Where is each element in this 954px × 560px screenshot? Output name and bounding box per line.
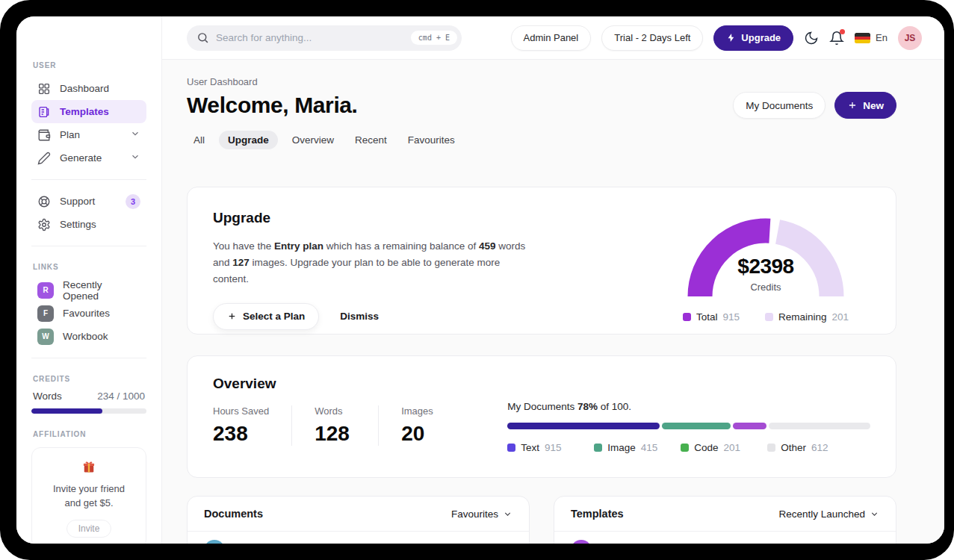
gift-icon [81, 459, 96, 474]
legend-item-other: Other 612 [767, 442, 828, 453]
document-row[interactable]: Untitled Document in Workbook [188, 532, 529, 544]
trial-status-button[interactable]: Trial - 2 Days Left [601, 25, 703, 51]
dashboard-grid-icon [37, 82, 51, 96]
tab-upgrade[interactable]: Upgrade [219, 131, 278, 149]
chevron-down-icon [503, 509, 512, 519]
language-selector[interactable]: En [855, 32, 888, 43]
legend-swatch [765, 313, 773, 321]
stat-words: Words 128 [315, 405, 379, 446]
tab-recent[interactable]: Recent [348, 131, 394, 149]
gauge-center-label: Credits [684, 281, 848, 293]
new-button[interactable]: New [834, 92, 896, 119]
plus-icon [847, 100, 858, 111]
sidebar-divider [31, 358, 146, 358]
sidebar-link-label: Workbook [63, 331, 108, 342]
bar-segment-other [769, 423, 870, 429]
search-shortcut-chip: cmd + E [411, 31, 457, 45]
page-content: User Dashboard Welcome, Maria. My Docume… [162, 60, 944, 544]
template-avatar [571, 540, 592, 544]
legend-swatch [594, 444, 602, 452]
device-frame: USER Dashboard Templates Plan Generate S… [0, 0, 954, 560]
notification-dot [840, 29, 845, 34]
topbar-actions: Admin Panel Trial - 2 Days Left Upgrade … [511, 25, 922, 51]
page-title: Welcome, Maria. [187, 93, 358, 118]
templates-filter-dropdown[interactable]: Recently Launched [778, 508, 879, 520]
bar-segment-text [507, 423, 660, 429]
gear-icon [37, 218, 51, 231]
tab-overview[interactable]: Overview [285, 131, 341, 149]
sidebar-item-templates[interactable]: Templates [31, 100, 146, 123]
admin-panel-button[interactable]: Admin Panel [511, 25, 592, 51]
credits-progressbar [31, 408, 146, 414]
link-initial-badge: R [37, 282, 54, 299]
credits-row: Words 234 / 1000 [31, 391, 146, 402]
legend-swatch [681, 444, 689, 452]
filter-tabs: All Upgrade Overview Recent Favourites [187, 131, 896, 149]
search-bar[interactable]: cmd + E [187, 25, 462, 51]
dismiss-button[interactable]: Dismiss [340, 311, 379, 322]
sidebar-item-label: Templates [60, 106, 109, 117]
credits-progress-fill [31, 408, 102, 414]
affiliation-card: Invite your friend and get $5. Invite [31, 447, 146, 544]
sidebar-divider [31, 179, 146, 180]
documents-panel: Documents Favourites Untitled Document i… [187, 496, 530, 544]
documents-panel-title: Documents [204, 508, 263, 520]
sidebar-item-label: Plan [60, 129, 80, 140]
upgrade-button[interactable]: Upgrade [713, 25, 793, 51]
tab-all[interactable]: All [187, 131, 211, 149]
overview-card: Overview Hours Saved 238 Words 128 Image… [187, 355, 896, 478]
invite-button[interactable]: Invite [66, 520, 112, 538]
stat-images: Images 20 [401, 405, 465, 446]
sidebar-item-plan[interactable]: Plan [31, 123, 146, 146]
plus-icon [227, 311, 237, 321]
select-plan-button[interactable]: Select a Plan [213, 303, 319, 330]
sidebar-divider [31, 246, 146, 246]
templates-icon [37, 105, 51, 119]
documents-filter-dropdown[interactable]: Favourites [451, 508, 512, 520]
sidebar-item-label: Support [60, 196, 95, 207]
chevron-down-icon [130, 152, 140, 164]
chevron-down-icon [130, 128, 140, 141]
dark-mode-toggle[interactable] [804, 31, 819, 46]
search-input[interactable] [216, 32, 404, 43]
sidebar-section-affiliation: AFFILIATION [33, 430, 146, 438]
notifications-button[interactable] [829, 31, 844, 46]
user-avatar[interactable]: JS [898, 26, 922, 50]
legend-item-remaining: Remaining 201 [765, 311, 849, 323]
link-initial-badge: F [37, 305, 54, 322]
sidebar-section-links: LINKS [33, 263, 146, 271]
sidebar-link-recently-opened[interactable]: R Recently Opened [31, 279, 146, 302]
wallet-icon [37, 128, 51, 142]
upgrade-card-title: Upgrade [213, 210, 536, 226]
bar-segment-code [733, 423, 766, 429]
legend-item-code: Code 201 [681, 442, 767, 453]
legend-swatch [683, 313, 691, 321]
overview-card-title: Overview [213, 376, 465, 392]
sidebar-link-workbook[interactable]: W Workbook [31, 325, 146, 348]
documents-progressbar [507, 423, 870, 429]
my-documents-button[interactable]: My Documents [733, 92, 826, 119]
lightning-bolt-icon [726, 33, 736, 43]
sidebar-item-generate[interactable]: Generate [31, 146, 146, 169]
stat-hours-saved: Hours Saved 238 [213, 405, 292, 446]
breadcrumb: User Dashboard [187, 76, 896, 87]
chevron-down-icon [870, 509, 879, 519]
moon-icon [804, 31, 819, 46]
sidebar-section-user: USER [33, 61, 146, 69]
language-label: En [876, 32, 888, 43]
page-header: Welcome, Maria. My Documents New [187, 92, 896, 119]
template-row[interactable]: Blog Post Title in Workbook [554, 532, 896, 544]
bar-segment-image [662, 423, 731, 429]
sidebar-item-support[interactable]: Support 3 [31, 190, 146, 213]
sidebar-link-label: Recently Opened [63, 279, 140, 302]
sidebar-item-dashboard[interactable]: Dashboard [31, 77, 146, 100]
documents-progress-legend: Text 915 Image 415 Code 201 [507, 442, 870, 453]
sidebar-item-settings[interactable]: Settings [31, 213, 146, 236]
sidebar: USER Dashboard Templates Plan Generate S… [16, 16, 162, 544]
sidebar-link-favourites[interactable]: F Favourites [31, 302, 146, 325]
legend-swatch [507, 444, 515, 452]
link-initial-badge: W [37, 329, 54, 345]
overview-stats: Hours Saved 238 Words 128 Images 20 [213, 405, 465, 446]
bottom-panels: Documents Favourites Untitled Document i… [187, 496, 896, 544]
tab-favourites[interactable]: Favourites [401, 131, 462, 149]
